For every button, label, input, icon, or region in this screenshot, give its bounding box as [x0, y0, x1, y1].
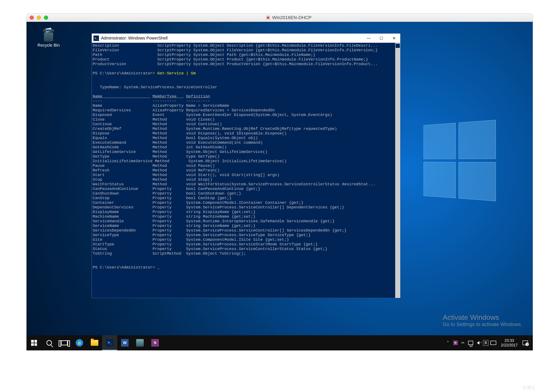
tray-network[interactable] — [468, 340, 474, 346]
windows-icon — [31, 340, 37, 346]
minimize-button[interactable]: — — [362, 34, 375, 43]
powershell-titlebar[interactable]: >_ Administrator: Windows PowerShell — ☐… — [92, 34, 400, 43]
tray-snipping[interactable]: ✂ — [460, 340, 466, 346]
recycle-bin-label: Recycle Bin — [35, 43, 62, 48]
taskbar-clock[interactable]: 23:33 2/22/2017 — [498, 338, 521, 347]
powershell-icon: >_ — [93, 36, 99, 41]
vm-icon — [266, 16, 270, 19]
notification-icon — [523, 341, 528, 345]
mac-titlebar: Win2016EN-DHCP — [27, 14, 533, 22]
scrollbar[interactable] — [395, 43, 400, 298]
mac-window-title: Win2016EN-DHCP — [272, 15, 311, 20]
taskbar-ie[interactable]: e — [72, 335, 87, 350]
tray-ime[interactable]: 英 — [483, 340, 489, 346]
clock-date: 2/22/2017 — [501, 343, 518, 347]
ie-icon: e — [76, 339, 83, 347]
powershell-title: Administrator: Windows PowerShell — [101, 36, 362, 41]
recycle-bin[interactable]: Recycle Bin — [35, 28, 62, 48]
tray-onenote[interactable]: N — [453, 340, 458, 346]
onenote-icon: N — [151, 339, 159, 347]
onenote-tray-icon: N — [453, 341, 458, 345]
volume-muted-icon — [477, 341, 479, 345]
task-view-icon — [61, 340, 68, 345]
word-icon: W — [121, 339, 129, 347]
folder-icon — [91, 340, 98, 346]
activate-windows-watermark: Activate Windows Go to Settings to activ… — [443, 313, 522, 327]
taskbar-server-manager[interactable] — [132, 335, 148, 350]
action-center-button[interactable] — [522, 340, 528, 346]
search-button[interactable] — [42, 335, 57, 350]
taskbar-word[interactable]: W — [117, 335, 132, 350]
mac-close-button[interactable] — [30, 16, 34, 20]
start-button[interactable] — [27, 335, 42, 350]
mac-zoom-button[interactable] — [44, 16, 48, 20]
source-watermark: 亿速云 — [523, 385, 535, 390]
powershell-taskbar-icon: >_ — [106, 339, 113, 346]
powershell-window[interactable]: >_ Administrator: Windows PowerShell — ☐… — [92, 33, 401, 298]
activate-sub: Go to Settings to activate Windows. — [443, 322, 522, 327]
show-desktop-button[interactable] — [530, 335, 532, 350]
ime-indicator: 英 — [483, 340, 488, 346]
task-view-button[interactable] — [57, 335, 72, 350]
recycle-bin-icon — [42, 28, 55, 42]
taskbar-onenote[interactable]: N — [148, 335, 163, 350]
vm-desktop[interactable]: Recycle Bin >_ Administrator: Windows Po… — [27, 22, 533, 350]
scrollbar-thumb[interactable] — [396, 44, 400, 48]
tray-keyboard[interactable] — [490, 340, 496, 346]
tray-overflow-button[interactable]: ˄ — [445, 340, 451, 346]
taskbar-explorer[interactable] — [87, 335, 102, 350]
clock-time: 23:33 — [501, 338, 518, 343]
close-button[interactable]: ✕ — [388, 34, 400, 43]
mac-minimize-button[interactable] — [37, 16, 41, 20]
server-manager-icon — [136, 339, 144, 347]
tray-volume[interactable] — [475, 340, 481, 346]
network-icon — [468, 341, 473, 345]
maximize-button[interactable]: ☐ — [375, 34, 388, 43]
windows-logo-wallpaper — [424, 120, 496, 201]
taskbar: e >_ W N ˄ N ✂ 英 23:33 2/22/2017 — [27, 335, 533, 350]
powershell-terminal[interactable]: Description ScriptProperty System.Object… — [92, 43, 400, 298]
taskbar-powershell[interactable]: >_ — [102, 335, 117, 350]
search-icon — [47, 340, 52, 345]
activate-title: Activate Windows — [443, 313, 522, 322]
keyboard-icon — [490, 341, 496, 345]
